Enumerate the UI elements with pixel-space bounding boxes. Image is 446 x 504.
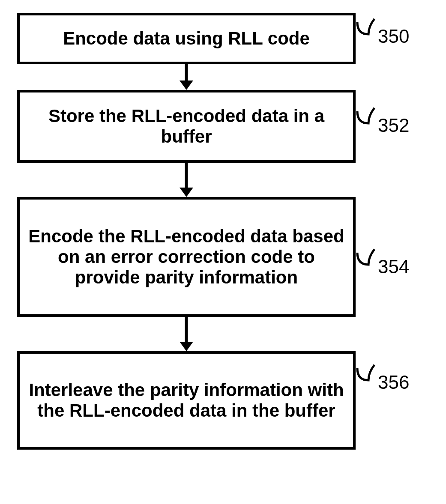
callout: 354 (356, 248, 409, 278)
step-box: Encode data using RLL code (17, 13, 356, 64)
flow-column: Encode data using RLL code 350 Store the… (0, 13, 446, 450)
callout-curve (356, 364, 377, 394)
step-label: 352 (377, 107, 409, 136)
arrow-down (178, 317, 195, 351)
svg-marker-3 (180, 188, 193, 197)
arrow-down (178, 163, 195, 197)
svg-marker-5 (180, 342, 193, 351)
step-box: Store the RLL-encoded data in a buffer (17, 90, 356, 163)
flow-row: Store the RLL-encoded data in a buffer 3… (17, 90, 409, 163)
arrow-wrap (17, 163, 356, 197)
callout-curve (356, 248, 377, 278)
arrow-wrap (17, 64, 356, 90)
callout: 356 (356, 364, 409, 394)
callout-curve (356, 18, 377, 48)
callout: 350 (356, 18, 409, 48)
svg-marker-1 (180, 81, 193, 90)
step-box: Interleave the parity information with t… (17, 351, 356, 450)
arrow-wrap (17, 317, 356, 351)
step-box: Encode the RLL-encoded data based on an … (17, 197, 356, 317)
step-label: 354 (377, 248, 409, 277)
flow-row: Encode the RLL-encoded data based on an … (17, 197, 409, 317)
callout: 352 (356, 107, 409, 137)
flow-row: Interleave the parity information with t… (17, 351, 409, 450)
step-label: 350 (377, 18, 409, 47)
step-label: 356 (377, 364, 409, 393)
flowchart: Encode data using RLL code 350 Store the… (0, 0, 446, 504)
callout-curve (356, 107, 377, 137)
flow-row: Encode data using RLL code 350 (17, 13, 409, 64)
arrow-down (178, 64, 195, 90)
